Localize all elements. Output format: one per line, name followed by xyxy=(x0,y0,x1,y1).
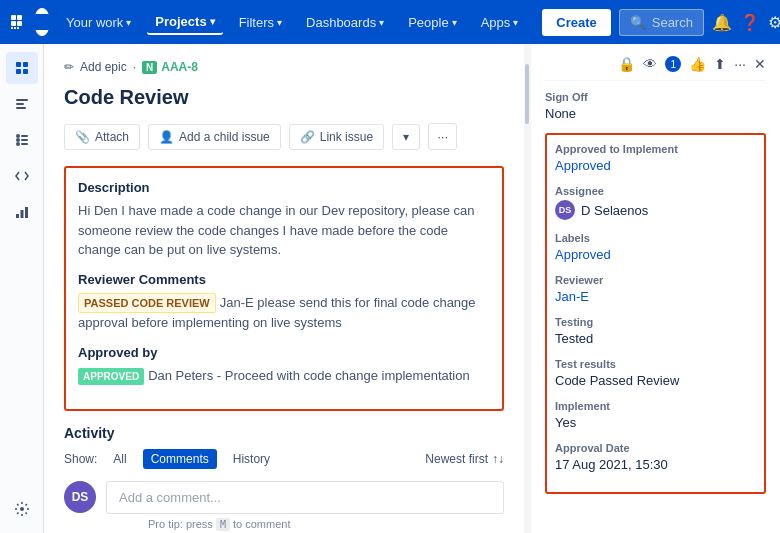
right-panel-outlined: Approved to Implement Approved Assignee … xyxy=(545,133,766,494)
edit-icon[interactable]: ✏ xyxy=(64,60,74,74)
reviewer-value[interactable]: Jan-E xyxy=(555,289,756,304)
breadcrumb: ✏ Add epic · N AAA-8 xyxy=(64,60,504,74)
right-panel-header: 🔒 👁 1 👍 ⬆ ··· ✕ xyxy=(545,56,766,81)
top-navigation: Your work ▾ Projects ▾ Filters ▾ Dashboa… xyxy=(0,0,780,44)
pro-tip: Pro tip: press M to comment xyxy=(148,518,504,530)
reviewer-field: Reviewer Jan-E xyxy=(555,274,756,304)
svg-rect-3 xyxy=(17,21,22,26)
nav-your-work[interactable]: Your work ▾ xyxy=(58,11,139,34)
chevron-down-icon: ▾ xyxy=(379,17,384,28)
svg-rect-9 xyxy=(16,69,21,74)
svg-rect-1 xyxy=(17,15,22,20)
sidebar-icon-board[interactable] xyxy=(6,52,38,84)
svg-rect-8 xyxy=(23,62,28,67)
svg-rect-20 xyxy=(16,214,19,218)
chevron-down-icon: ▾ xyxy=(126,17,131,28)
current-user-avatar: DS xyxy=(64,481,96,513)
app-logo xyxy=(34,8,50,36)
approved-to-implement-field: Approved to Implement Approved xyxy=(555,143,756,173)
help-icon[interactable]: ❓ xyxy=(740,7,760,37)
nav-dashboards[interactable]: Dashboards ▾ xyxy=(298,11,392,34)
svg-rect-4 xyxy=(11,27,13,29)
svg-point-14 xyxy=(16,134,20,138)
sort-button[interactable]: Newest first ↑↓ xyxy=(425,452,504,466)
link-issue-button[interactable]: 🔗 Link issue xyxy=(289,124,384,150)
assignee-value[interactable]: D Selaenos xyxy=(581,203,648,218)
add-child-button[interactable]: 👤 Add a child issue xyxy=(148,124,281,150)
sign-off-field: Sign Off None xyxy=(545,91,766,121)
grid-icon[interactable] xyxy=(10,8,26,36)
svg-rect-7 xyxy=(16,62,21,67)
eye-icon[interactable]: 👁 xyxy=(643,56,657,72)
nav-people[interactable]: People ▾ xyxy=(400,11,464,34)
issue-title[interactable]: Code Review xyxy=(64,86,504,109)
approved-by-title: Approved by xyxy=(78,345,490,360)
sidebar-icon-settings[interactable] xyxy=(6,493,38,525)
tab-all[interactable]: All xyxy=(105,449,134,469)
description-box: Description Hi Den I have made a code ch… xyxy=(64,166,504,411)
close-icon[interactable]: ✕ xyxy=(754,56,766,72)
notifications-icon[interactable]: 🔔 xyxy=(712,7,732,37)
watch-count: 1 xyxy=(665,56,681,72)
test-results-label: Test results xyxy=(555,358,756,370)
chevron-down-icon: ▾ xyxy=(513,17,518,28)
implement-field: Implement Yes xyxy=(555,400,756,430)
labels-label: Labels xyxy=(555,232,756,244)
svg-rect-17 xyxy=(21,139,28,141)
svg-rect-5 xyxy=(14,27,16,29)
labels-value[interactable]: Approved xyxy=(555,247,756,262)
settings-icon[interactable]: ⚙ xyxy=(768,7,780,37)
left-sidebar xyxy=(0,44,44,533)
svg-rect-19 xyxy=(21,143,28,145)
approved-to-implement-value[interactable]: Approved xyxy=(555,158,756,173)
nav-apps[interactable]: Apps ▾ xyxy=(473,11,527,34)
tab-history[interactable]: History xyxy=(225,449,278,469)
right-panel: 🔒 👁 1 👍 ⬆ ··· ✕ Sign Off None Approved t… xyxy=(530,44,780,533)
implement-value: Yes xyxy=(555,415,756,430)
main-container: ✏ Add epic · N AAA-8 Code Review 📎 Attac… xyxy=(0,44,780,533)
link-icon: 🔗 xyxy=(300,130,315,144)
approved-badge: APPROVED xyxy=(78,368,144,385)
chevron-down-icon: ▾ xyxy=(277,17,282,28)
svg-rect-12 xyxy=(16,103,24,105)
description-title: Description xyxy=(78,180,490,195)
sidebar-icon-reports[interactable] xyxy=(6,196,38,228)
svg-rect-21 xyxy=(20,210,23,218)
search-bar[interactable]: 🔍 Search xyxy=(619,9,704,36)
thumbsup-icon[interactable]: 👍 xyxy=(689,56,706,72)
attach-button[interactable]: 📎 Attach xyxy=(64,124,140,150)
reviewer-comment-text: PASSED CODE REVIEWJan-E please send this… xyxy=(78,293,490,333)
nav-filters[interactable]: Filters ▾ xyxy=(231,11,290,34)
nav-projects[interactable]: Projects ▾ xyxy=(147,10,222,35)
implement-label: Implement xyxy=(555,400,756,412)
share-icon[interactable]: ⬆ xyxy=(714,56,726,72)
sidebar-icon-backlog[interactable] xyxy=(6,124,38,156)
approval-date-label: Approval Date xyxy=(555,442,756,454)
comment-input[interactable]: Add a comment... xyxy=(106,481,504,514)
issue-panel: ✏ Add epic · N AAA-8 Code Review 📎 Attac… xyxy=(44,44,524,533)
description-text: Hi Den I have made a code change in our … xyxy=(78,201,490,260)
svg-rect-13 xyxy=(16,107,26,109)
svg-point-18 xyxy=(16,142,20,146)
more-icon[interactable]: ··· xyxy=(734,56,746,72)
svg-point-23 xyxy=(20,507,24,511)
more-button[interactable]: ··· xyxy=(428,123,457,150)
activity-section: Activity Show: All Comments History Newe… xyxy=(64,425,504,533)
scroll-handle[interactable] xyxy=(525,64,529,124)
lock-icon[interactable]: 🔒 xyxy=(618,56,635,72)
sign-off-value: None xyxy=(545,106,766,121)
svg-rect-0 xyxy=(11,15,16,20)
sidebar-icon-code[interactable] xyxy=(6,160,38,192)
svg-rect-11 xyxy=(16,99,28,101)
reviewer-comments-title: Reviewer Comments xyxy=(78,272,490,287)
dropdown-button[interactable]: ▾ xyxy=(392,124,420,150)
paperclip-icon: 📎 xyxy=(75,130,90,144)
chevron-down-icon: ▾ xyxy=(452,17,457,28)
create-button[interactable]: Create xyxy=(542,9,610,36)
svg-rect-2 xyxy=(11,21,16,26)
approval-date-value: 17 Aug 2021, 15:30 xyxy=(555,457,756,472)
passed-review-badge: PASSED CODE REVIEW xyxy=(78,293,216,314)
tab-comments[interactable]: Comments xyxy=(143,449,217,469)
search-icon: 🔍 xyxy=(630,15,646,30)
sidebar-icon-roadmap[interactable] xyxy=(6,88,38,120)
